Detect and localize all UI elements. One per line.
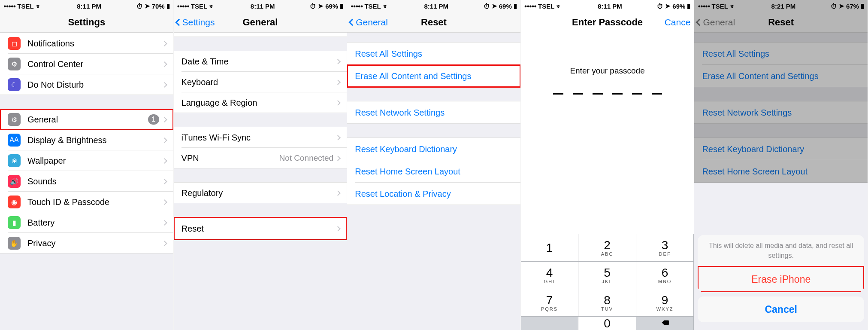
- row-sounds[interactable]: 🔊 Sounds: [0, 171, 173, 192]
- row-itunes[interactable]: iTunes Wi-Fi Sync: [174, 127, 347, 148]
- chevron-right-icon: [335, 226, 341, 232]
- row-dnd[interactable]: ☾ Do Not Disturb: [0, 74, 173, 95]
- key-backspace[interactable]: [636, 316, 694, 330]
- chevron-right-icon: [335, 190, 341, 196]
- alarm-icon: ⏱: [310, 3, 316, 10]
- key-1[interactable]: 1: [521, 234, 579, 261]
- row-reset-network[interactable]: Reset Network Settings: [347, 101, 520, 124]
- page-title: General: [242, 17, 278, 28]
- battery-icon: ▮: [340, 2, 343, 10]
- status-time: 8:11 PM: [251, 3, 275, 10]
- row-language[interactable]: Language & Region: [174, 92, 347, 113]
- location-icon: ➤: [492, 2, 497, 10]
- row-reset[interactable]: Reset: [174, 217, 347, 240]
- row-reset-keyboard[interactable]: Reset Keyboard Dictionary: [347, 138, 520, 160]
- signal-icon: ●●●●●: [351, 3, 363, 9]
- chevron-right-icon: [335, 59, 341, 64]
- passcode-prompt: Enter your passcode: [521, 66, 694, 76]
- row-vpn[interactable]: VPNNot Connected: [174, 148, 347, 168]
- row-reset-location[interactable]: Reset Location & Privacy: [347, 183, 520, 205]
- row-label: General: [27, 115, 148, 125]
- row-notifications[interactable]: ◻ Notifications: [0, 33, 173, 54]
- carrier: TSEL: [712, 3, 728, 10]
- back-label: General: [703, 17, 735, 28]
- key-2[interactable]: 2ABC: [578, 234, 636, 261]
- row-reset-home[interactable]: Reset Home Screen Layout: [347, 160, 520, 183]
- row-datetime[interactable]: Date & Time: [174, 51, 347, 72]
- carrier: TSEL: [538, 3, 554, 10]
- key-7[interactable]: 7PQRS: [521, 289, 579, 316]
- back-button[interactable]: Settings: [176, 17, 215, 28]
- row-keyboard[interactable]: Keyboard: [174, 72, 347, 92]
- navbar: General Reset: [347, 12, 520, 33]
- battery-pct: 67%: [846, 3, 859, 10]
- back-label: General: [356, 17, 388, 28]
- row-label: Wallpaper: [27, 156, 163, 166]
- chevron-left-icon: [175, 18, 182, 26]
- row-label: Reset All Settings: [355, 49, 514, 59]
- carrier: TSEL: [17, 3, 33, 10]
- key-4[interactable]: 4GHI: [521, 261, 579, 289]
- back-label: Settings: [182, 17, 215, 28]
- location-icon: ➤: [145, 2, 150, 10]
- back-button: General: [697, 17, 735, 28]
- key-6[interactable]: 6MNO: [636, 261, 694, 289]
- row-general[interactable]: ⚙ General 1: [0, 109, 173, 130]
- row-reset-all[interactable]: Reset All Settings: [347, 43, 520, 65]
- signal-icon: ●●●●●: [698, 3, 710, 9]
- chevron-right-icon: [162, 41, 167, 46]
- navbar: Settings: [0, 12, 173, 33]
- keypad: 1 2ABC 3DEF 4GHI 5JKL 6MNO 7PQRS 8TUV 9W…: [521, 234, 694, 330]
- row-regulatory[interactable]: Regulatory: [174, 183, 347, 203]
- status-time: 8:11 PM: [598, 3, 622, 10]
- row-erase-all[interactable]: Erase All Content and Settings: [347, 65, 520, 87]
- row-wallpaper[interactable]: ❀ Wallpaper: [0, 150, 173, 171]
- panel-reset: ●●●●● TSEL ᯤ 8:11 PM ⏱➤69%▮ General Rese…: [347, 0, 521, 330]
- back-button[interactable]: General: [350, 17, 388, 28]
- battery-icon: ▮: [861, 2, 864, 10]
- key-5[interactable]: 5JKL: [578, 261, 636, 289]
- key-9[interactable]: 9WXYZ: [636, 289, 694, 316]
- row-label: Erase All Content and Settings: [702, 71, 861, 81]
- row-label: Reset Home Screen Layout: [702, 167, 861, 177]
- location-icon: ➤: [665, 2, 671, 10]
- content: Reset All Settings Erase All Content and…: [347, 33, 520, 330]
- row-label: Regulatory: [181, 188, 336, 198]
- wifi-icon: ᯤ: [209, 3, 215, 10]
- page-title: Settings: [68, 17, 105, 28]
- panel-passcode: ●●●●● TSEL ᯤ 8:11 PM ⏱➤69%▮ Enter Passco…: [521, 0, 695, 330]
- battery-pct: 69%: [499, 3, 512, 10]
- erase-iphone-button[interactable]: Erase iPhone: [698, 266, 864, 292]
- backspace-icon: [661, 320, 669, 327]
- badge: 1: [148, 114, 159, 125]
- page-title: Reset: [421, 17, 447, 28]
- row-touchid[interactable]: ◉ Touch ID & Passcode: [0, 192, 173, 212]
- chevron-right-icon: [335, 79, 341, 85]
- alarm-icon: ⏱: [831, 3, 837, 10]
- content: ◻ Notifications ⚙ Control Center ☾ Do No…: [0, 33, 173, 330]
- row-label: Reset Network Settings: [702, 108, 861, 118]
- fingerprint-icon: ◉: [8, 196, 21, 208]
- cancel-button[interactable]: Cance: [665, 17, 691, 28]
- cancel-button[interactable]: Cancel: [698, 296, 864, 322]
- moon-icon: ☾: [8, 78, 21, 91]
- status-time: 8:21 PM: [771, 3, 796, 10]
- status-time: 8:11 PM: [424, 3, 448, 10]
- notifications-icon: ◻: [8, 37, 21, 50]
- row-privacy[interactable]: ✋ Privacy: [0, 233, 173, 254]
- battery-pct: 70%: [152, 3, 165, 10]
- carrier: TSEL: [191, 3, 207, 10]
- row-battery[interactable]: ▮ Battery: [0, 212, 173, 233]
- key-3[interactable]: 3DEF: [636, 234, 694, 261]
- chevron-right-icon: [162, 241, 167, 246]
- content: Enter your passcode 1 2ABC 3DEF 4GHI 5JK…: [521, 33, 694, 330]
- row-display[interactable]: AA Display & Brightness: [0, 130, 173, 150]
- key-8[interactable]: 8TUV: [578, 289, 636, 316]
- row-label: Privacy: [27, 238, 163, 248]
- row-label: Notifications: [27, 39, 163, 49]
- row-control-center[interactable]: ⚙ Control Center: [0, 54, 173, 74]
- chevron-right-icon: [335, 156, 341, 161]
- key-0[interactable]: 0: [578, 316, 636, 330]
- row-label: Reset Network Settings: [355, 108, 514, 118]
- chevron-right-icon: [162, 158, 167, 164]
